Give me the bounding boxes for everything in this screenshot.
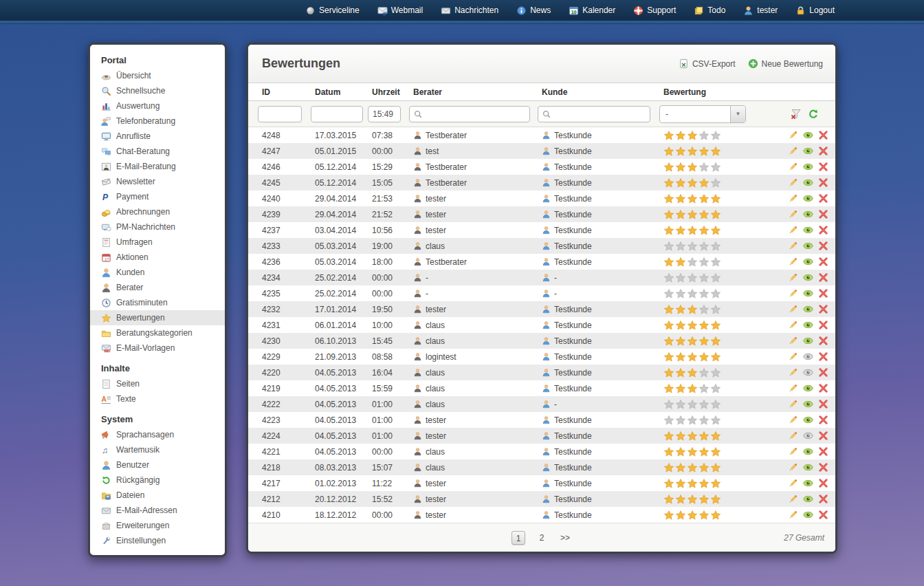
sidebar-item-abrechnungen[interactable]: Abrechnungen [90, 204, 225, 219]
delete-icon[interactable] [818, 383, 828, 393]
view-icon[interactable] [803, 288, 813, 299]
topnav-item-kalender[interactable]: 10Kalender [569, 6, 615, 16]
edit-icon[interactable] [788, 225, 798, 235]
edit-icon[interactable] [788, 304, 798, 314]
view-icon[interactable] [803, 383, 813, 393]
delete-icon[interactable] [818, 146, 828, 156]
sidebar-item-wartemusik[interactable]: ♫Wartemusik [90, 442, 225, 457]
view-icon[interactable] [803, 462, 813, 473]
edit-icon[interactable] [788, 241, 798, 251]
view-icon[interactable] [803, 478, 813, 488]
filter-date-input[interactable] [311, 106, 363, 122]
delete-icon[interactable] [818, 162, 828, 172]
view-icon[interactable] [803, 162, 813, 172]
edit-icon[interactable] [788, 431, 798, 441]
view-icon[interactable] [803, 431, 813, 441]
edit-icon[interactable] [788, 462, 798, 473]
view-icon[interactable] [803, 225, 813, 235]
delete-icon[interactable] [818, 367, 828, 378]
view-icon[interactable] [803, 130, 813, 140]
sidebar-item-berater[interactable]: Berater [90, 280, 225, 295]
delete-icon[interactable] [818, 415, 828, 425]
edit-icon[interactable] [788, 320, 798, 330]
sidebar-item-ubersicht[interactable]: Übersicht [90, 68, 225, 83]
sidebar-item-chat-beratung[interactable]: Chat-Beratung [90, 144, 225, 159]
sidebar-item-newsletter[interactable]: Newsletter [90, 174, 225, 189]
topnav-item-todo[interactable]: Todo [694, 6, 725, 16]
view-icon[interactable] [803, 510, 813, 520]
sidebar-item-e-mail-adressen[interactable]: E-Mail-Adressen [90, 503, 225, 518]
sidebar-item-sprachansagen[interactable]: Sprachansagen [90, 427, 225, 442]
sidebar-item-beratungskategorien[interactable]: Beratungskategorien [90, 325, 225, 340]
clear-filter-icon[interactable] [791, 109, 802, 120]
sidebar-item-telefonberatung[interactable]: Telefonberatung [90, 113, 225, 129]
view-icon[interactable] [803, 367, 813, 378]
delete-icon[interactable] [818, 399, 828, 409]
edit-icon[interactable] [788, 193, 798, 204]
delete-icon[interactable] [818, 351, 828, 362]
sidebar-item-benutzer[interactable]: Benutzer [90, 457, 225, 473]
sidebar-item-umfragen[interactable]: Umfragen [90, 235, 225, 250]
view-icon[interactable] [803, 399, 813, 409]
filter-kunde-input[interactable] [538, 106, 650, 122]
view-icon[interactable] [803, 446, 813, 457]
sidebar-item-pm-nachrichten[interactable]: PM-Nachrichten [90, 219, 225, 235]
edit-icon[interactable] [788, 209, 798, 219]
view-icon[interactable] [803, 351, 813, 362]
sidebar-item-aktionen[interactable]: 17Aktionen [90, 250, 225, 265]
view-icon[interactable] [803, 146, 813, 156]
sidebar-item-gratisminuten[interactable]: Gratisminuten [90, 295, 225, 310]
csv-export-button[interactable]: CSV-Export [679, 58, 736, 69]
filter-rating-select[interactable]: - ▼ [659, 105, 746, 123]
delete-icon[interactable] [818, 494, 828, 504]
delete-icon[interactable] [818, 446, 828, 457]
page-button-1[interactable]: 1 [512, 531, 525, 545]
delete-icon[interactable] [818, 177, 828, 188]
new-rating-button[interactable]: Neue Bewertung [748, 58, 823, 69]
edit-icon[interactable] [788, 130, 798, 140]
edit-icon[interactable] [788, 415, 798, 425]
topnav-item-serviceline[interactable]: Serviceline [305, 6, 360, 16]
view-icon[interactable] [803, 177, 813, 188]
page-button-[interactable]: >> [558, 531, 572, 545]
filter-time-input[interactable] [368, 106, 401, 122]
delete-icon[interactable] [818, 462, 828, 473]
sidebar-item-payment[interactable]: PPayment [90, 189, 225, 204]
sidebar-item-einstellungen[interactable]: Einstellungen [90, 533, 225, 548]
delete-icon[interactable] [818, 130, 828, 140]
view-icon[interactable] [803, 241, 813, 251]
sidebar-item-ruckgangig[interactable]: Rückgängig [90, 473, 225, 488]
sidebar-item-schnellsuche[interactable]: Schnellsuche [90, 83, 225, 98]
page-button-2[interactable]: 2 [535, 531, 549, 545]
delete-icon[interactable] [818, 320, 828, 330]
topnav-item-webmail[interactable]: @Webmail [377, 6, 423, 16]
delete-icon[interactable] [818, 257, 828, 267]
refresh-icon[interactable] [808, 109, 819, 120]
sidebar-item-erweiterungen[interactable]: Erweiterungen [90, 518, 225, 533]
edit-icon[interactable] [788, 336, 798, 346]
view-icon[interactable] [803, 257, 813, 267]
edit-icon[interactable] [788, 510, 798, 520]
edit-icon[interactable] [788, 383, 798, 393]
view-icon[interactable] [803, 209, 813, 219]
edit-icon[interactable] [788, 367, 798, 378]
sidebar-item-e-mail-beratung[interactable]: E-Mail-Beratung [90, 159, 225, 174]
sidebar-item-e-mail-vorlagen[interactable]: HTMLE-Mail-Vorlagen [90, 340, 225, 356]
view-icon[interactable] [803, 494, 813, 504]
filter-berater-input[interactable] [409, 106, 530, 122]
delete-icon[interactable] [818, 478, 828, 488]
view-icon[interactable] [803, 193, 813, 204]
delete-icon[interactable] [818, 193, 828, 204]
view-icon[interactable] [803, 272, 813, 283]
edit-icon[interactable] [788, 494, 798, 504]
view-icon[interactable] [803, 415, 813, 425]
topnav-item-support[interactable]: Support [633, 6, 676, 16]
edit-icon[interactable] [788, 162, 798, 172]
sidebar-item-auswertung[interactable]: Auswertung [90, 98, 225, 113]
topnav-item-tester[interactable]: tester [743, 6, 778, 16]
edit-icon[interactable] [788, 351, 798, 362]
sidebar-item-kunden[interactable]: Kunden [90, 265, 225, 280]
edit-icon[interactable] [788, 446, 798, 457]
sidebar-item-anrufliste[interactable]: Anrufliste [90, 129, 225, 144]
sidebar-item-dateien[interactable]: Dateien [90, 488, 225, 503]
